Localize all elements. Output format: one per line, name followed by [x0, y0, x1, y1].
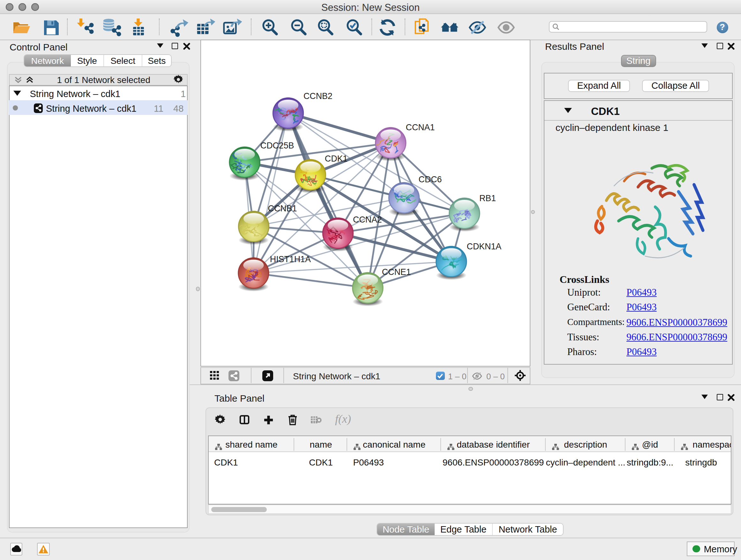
svg-text:CDC6: CDC6	[418, 175, 442, 184]
svg-text:CDKN1A: CDKN1A	[467, 242, 501, 251]
svg-text:CCNB2: CCNB2	[303, 91, 332, 101]
svg-text:CDC25B: CDC25B	[260, 141, 294, 150]
svg-text:RB1: RB1	[479, 193, 495, 203]
svg-text:HIST1H1A: HIST1H1A	[270, 254, 311, 264]
svg-text:CCNA2: CCNA2	[353, 215, 382, 225]
svg-text:CCNA1: CCNA1	[406, 123, 434, 132]
svg-text:CCNE1: CCNE1	[382, 267, 411, 277]
svg-text:CDK1: CDK1	[325, 154, 347, 164]
svg-text:CCNB1: CCNB1	[268, 204, 297, 213]
